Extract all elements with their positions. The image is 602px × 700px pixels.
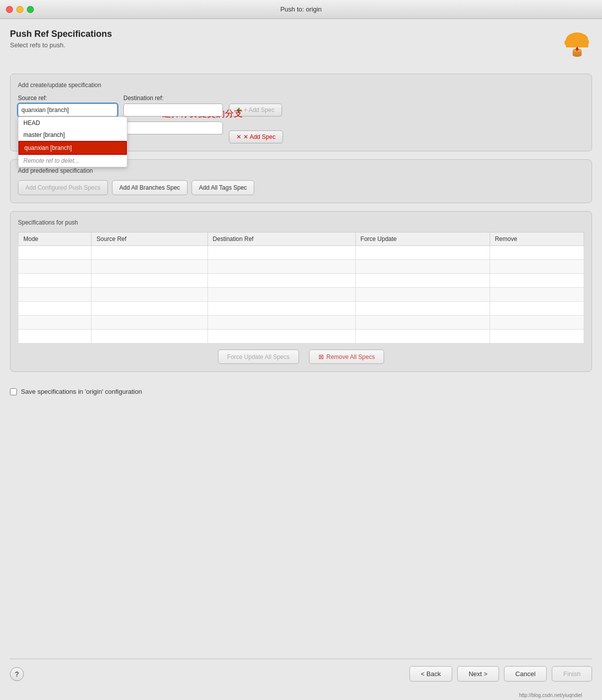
add-spec-button-delete[interactable]: ✕ ✕ Add Spec xyxy=(229,130,283,143)
specs-section: Specifications for push Mode Source Ref … xyxy=(10,211,592,372)
create-form-row: Source ref: HEAD master [branch] quanxia… xyxy=(18,95,584,117)
window-controls xyxy=(6,6,34,13)
table-row xyxy=(18,246,584,260)
specs-table-head: Mode Source Ref Destination Ref Force Up… xyxy=(18,233,584,246)
divider xyxy=(10,659,592,659)
window-title: Push to: origin xyxy=(280,5,321,13)
dest-ref-group: Destination ref: xyxy=(123,95,223,117)
source-ref-select[interactable]: HEAD master [branch] quanxian [branch] R… xyxy=(18,104,117,117)
page-header: Push Ref Specifications Select refs to p… xyxy=(10,29,592,64)
add-spec-label-top: + Add Spec xyxy=(244,107,275,114)
main-content: Push Ref Specifications Select refs to p… xyxy=(0,19,602,654)
dropdown-item-quanxian[interactable]: quanxian [branch] xyxy=(18,141,127,155)
table-row xyxy=(18,302,584,316)
next-button[interactable]: Next > xyxy=(457,666,499,682)
specs-table-body xyxy=(18,246,584,344)
remove-all-specs-button[interactable]: ⊠ Remove All Specs xyxy=(309,350,384,364)
col-mode: Mode xyxy=(18,233,92,246)
col-remove: Remove xyxy=(490,233,584,246)
cloud-icon-wrap xyxy=(562,29,592,64)
add-create-section: Add create/update specification Source r… xyxy=(10,74,592,151)
back-button[interactable]: < Back xyxy=(409,666,452,682)
specs-title: Specifications for push xyxy=(18,219,584,226)
add-configured-push-specs-button[interactable]: Add Configured Push Specs xyxy=(18,180,108,195)
dropdown-item-master[interactable]: master [branch] xyxy=(18,129,127,141)
page-subtitle: Select refs to push. xyxy=(10,41,112,49)
titlebar: Push to: origin xyxy=(0,0,602,19)
save-checkbox-label: Save specifications in 'origin' configur… xyxy=(21,388,142,395)
source-ref-label: Source ref: xyxy=(18,95,117,102)
dest-ref-select[interactable] xyxy=(123,104,223,117)
dest-ref-select-wrap xyxy=(123,104,223,117)
add-spec-label-delete: ✕ Add Spec xyxy=(243,133,276,140)
header-left: Push Ref Specifications Select refs to p… xyxy=(10,29,112,49)
col-source-ref: Source Ref xyxy=(92,233,208,246)
all-tags-label: Add All Tags Spec xyxy=(199,184,247,191)
delete-dest-wrap xyxy=(123,121,223,134)
source-ref-select-wrap: HEAD master [branch] quanxian [branch] R… xyxy=(18,104,117,117)
cancel-button[interactable]: Cancel xyxy=(504,666,547,682)
dest-ref-label: Destination ref: xyxy=(123,95,223,102)
specs-table: Mode Source Ref Destination Ref Force Up… xyxy=(18,232,584,344)
force-update-label: Force Update All Specs xyxy=(227,353,290,360)
close-button[interactable] xyxy=(6,6,13,13)
col-destination-ref: Destination Ref xyxy=(207,233,355,246)
table-row xyxy=(18,330,584,344)
cloud-upload-icon xyxy=(562,29,592,64)
table-row xyxy=(18,316,584,330)
page-title: Push Ref Specifications xyxy=(10,29,112,39)
configured-push-label: Add Configured Push Specs xyxy=(25,184,100,191)
specs-table-header-row: Mode Source Ref Destination Ref Force Up… xyxy=(18,233,584,246)
dropdown-item-remote[interactable]: Remote ref to delet... xyxy=(18,155,127,167)
source-ref-dropdown: HEAD master [branch] quanxian [branch] R… xyxy=(18,117,127,167)
finish-button[interactable]: Finish xyxy=(552,666,592,682)
all-branches-label: Add All Branches Spec xyxy=(119,184,180,191)
force-update-all-specs-button[interactable]: Force Update All Specs xyxy=(218,350,299,364)
add-create-title: Add create/update specification xyxy=(18,82,584,89)
svg-rect-3 xyxy=(566,41,589,48)
add-spec-button-top[interactable]: ✚ + Add Spec xyxy=(229,104,282,117)
dropdown-item-head[interactable]: HEAD xyxy=(18,117,127,129)
help-button[interactable]: ? xyxy=(10,667,24,681)
bottom-area: ? < Back Next > Cancel Finish http://blo… xyxy=(0,654,602,700)
source-ref-group: Source ref: HEAD master [branch] quanxia… xyxy=(18,95,117,117)
table-row xyxy=(18,274,584,288)
table-row xyxy=(18,288,584,302)
save-checkbox-row: Save specifications in 'origin' configur… xyxy=(10,388,592,395)
add-all-branches-spec-button[interactable]: Add All Branches Spec xyxy=(112,180,188,195)
table-row xyxy=(18,260,584,274)
plus-icon: ✚ xyxy=(236,107,242,114)
add-all-tags-spec-button[interactable]: Add All Tags Spec xyxy=(192,180,255,195)
bottom-bar: ? < Back Next > Cancel Finish xyxy=(10,666,592,692)
delete-dest-select[interactable] xyxy=(123,121,223,134)
predefined-buttons-row: Add Configured Push Specs Add All Branch… xyxy=(18,180,584,195)
remove-all-label: Remove All Specs xyxy=(326,353,375,360)
save-checkbox[interactable] xyxy=(10,388,17,395)
bottom-url: http://blog.csdn.net/yiuqndiel xyxy=(10,692,592,700)
delete-dest-group xyxy=(123,121,223,134)
minimize-button[interactable] xyxy=(16,6,23,13)
remove-icon: ⊠ xyxy=(318,353,324,360)
predefined-title: Add predefined specification xyxy=(18,167,584,174)
maximize-button[interactable] xyxy=(27,6,34,13)
nav-buttons: < Back Next > Cancel Finish xyxy=(409,666,592,682)
x-icon: ✕ xyxy=(236,133,241,140)
col-force-update: Force Update xyxy=(355,233,490,246)
table-actions: Force Update All Specs ⊠ Remove All Spec… xyxy=(18,350,584,364)
